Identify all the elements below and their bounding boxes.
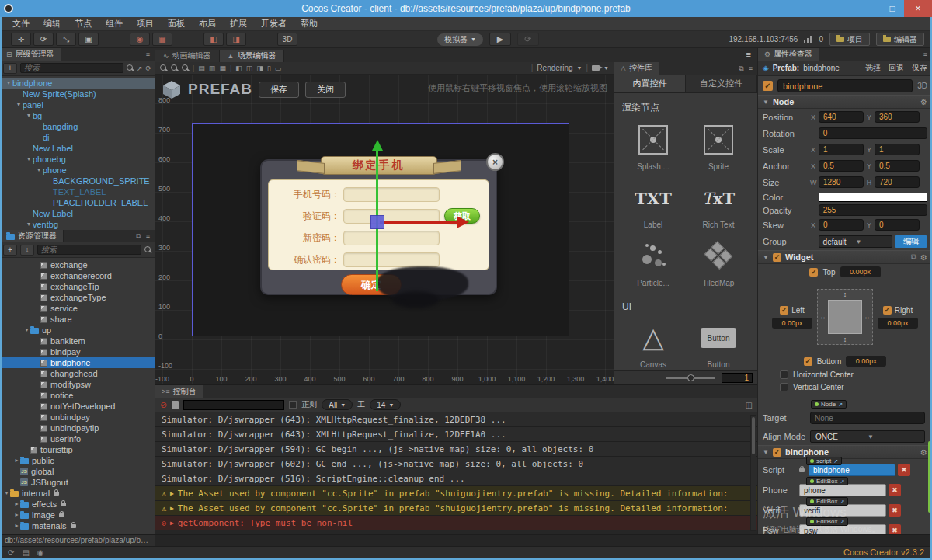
panel-menu-icon[interactable]: ≡ bbox=[146, 50, 150, 58]
widget-item-label[interactable]: TXTLabel bbox=[621, 180, 686, 229]
tree-arrow-icon[interactable]: ▸ bbox=[13, 455, 20, 466]
expand-arrow-icon[interactable]: ▶ bbox=[170, 516, 174, 530]
zoom-value[interactable]: 1 bbox=[722, 373, 753, 383]
remove-reference-icon[interactable]: ✖ bbox=[889, 504, 901, 517]
prefab-select-button[interactable]: 选择 bbox=[865, 63, 881, 74]
size-w-field[interactable]: 1280 bbox=[819, 176, 864, 188]
asset-item[interactable]: JSJSBugout bbox=[0, 477, 155, 488]
eye-icon[interactable]: ◉ bbox=[37, 548, 44, 557]
widget-enabled-checkbox[interactable]: ✓ bbox=[773, 253, 781, 262]
tree-arrow-icon[interactable]: ▾ bbox=[5, 78, 12, 89]
inspector-tab[interactable]: ⚙属性检查器 bbox=[758, 48, 819, 61]
asset-item[interactable]: ▸effects bbox=[0, 499, 155, 510]
skew-y-field[interactable]: 0 bbox=[875, 219, 920, 231]
world-coord-button[interactable]: ◨ bbox=[226, 33, 246, 46]
hierarchy-node[interactable]: ▾phone bbox=[0, 165, 155, 176]
node-name-field[interactable]: bindphone bbox=[777, 79, 913, 92]
tree-arrow-icon[interactable]: ▾ bbox=[3, 488, 10, 499]
asset-item[interactable]: service bbox=[0, 303, 155, 314]
hierarchy-node[interactable]: BACKGROUND_SPRITE bbox=[0, 176, 155, 186]
font-size-dropdown[interactable]: 14▼ bbox=[370, 399, 401, 410]
asset-item[interactable]: bindpay bbox=[0, 346, 155, 357]
tab-scene-editor[interactable]: ▲场景编辑器 bbox=[220, 50, 285, 62]
log-level-dropdown[interactable]: All▼ bbox=[322, 399, 353, 410]
open-project-button[interactable]: 项目 bbox=[829, 33, 870, 46]
anchor-x-field[interactable]: 0.5 bbox=[819, 160, 864, 172]
scale-tool-button[interactable]: ⤡ bbox=[56, 33, 76, 46]
group-dropdown[interactable]: default▼ bbox=[819, 235, 893, 248]
create-node-button[interactable]: + bbox=[3, 63, 17, 74]
clear-console-icon[interactable]: ⊘ bbox=[160, 400, 167, 410]
console-tab[interactable]: >≡控制台 bbox=[155, 385, 203, 398]
panel-popup-icon[interactable]: ⧉ bbox=[739, 64, 743, 73]
property-value-field[interactable]: phone bbox=[799, 484, 886, 496]
hierarchy-search-input[interactable] bbox=[20, 63, 123, 73]
local-coord-button[interactable]: ◧ bbox=[203, 33, 224, 46]
tree-arrow-icon[interactable]: ▸ bbox=[13, 499, 20, 510]
opacity-field[interactable]: 255 bbox=[819, 204, 927, 216]
hierarchy-node[interactable]: New Label bbox=[0, 208, 155, 219]
console-log-row[interactable]: ⚠▶The Asset used by component "cc.Sprite… bbox=[155, 501, 757, 516]
assets-tab[interactable]: 资源管理器 bbox=[0, 230, 64, 242]
asset-item[interactable]: share bbox=[0, 314, 155, 325]
collapse-icon[interactable]: ▼ bbox=[763, 254, 769, 261]
hierarchy-node[interactable]: New Label bbox=[0, 143, 155, 154]
widget-library-tab[interactable]: △控件库 bbox=[614, 62, 659, 75]
widget-left-checkbox[interactable]: ✓ bbox=[780, 306, 788, 315]
prefab-close-button[interactable]: 关闭 bbox=[305, 82, 346, 98]
play-button[interactable]: ▶ bbox=[489, 33, 511, 46]
color-swatch[interactable] bbox=[819, 193, 927, 202]
sort-assets-button[interactable]: ↕ bbox=[20, 245, 34, 256]
search-icon[interactable] bbox=[127, 64, 134, 71]
widget-item-tiledmap[interactable]: TiledMap bbox=[686, 238, 751, 287]
asset-item[interactable]: exchange bbox=[0, 259, 155, 270]
console-popup-icon[interactable]: ◫ bbox=[746, 401, 753, 409]
group-edit-button[interactable]: 编辑 bbox=[895, 235, 927, 248]
maximize-button[interactable]: □ bbox=[881, 0, 904, 17]
align-bottom-icon[interactable]: ◨ bbox=[256, 64, 263, 72]
skew-x-field[interactable]: 0 bbox=[819, 219, 864, 231]
simulator-dropdown[interactable]: 模拟器▼ bbox=[437, 33, 483, 46]
collapse-icon[interactable]: ▼ bbox=[763, 449, 769, 456]
widget-target-field[interactable]: None bbox=[810, 412, 925, 424]
panel-popup-icon[interactable]: ⧉ bbox=[136, 232, 141, 241]
vertical-center-checkbox[interactable] bbox=[780, 383, 788, 391]
refresh-button[interactable]: ⟳ bbox=[517, 33, 539, 46]
hierarchy-node[interactable]: PLACEHOLDER_LABEL bbox=[0, 197, 155, 208]
anchor-y-field[interactable]: 0.5 bbox=[875, 160, 920, 172]
gear-icon[interactable]: ⚙ bbox=[920, 253, 927, 262]
hierarchy-node[interactable]: bangding bbox=[0, 121, 155, 132]
gizmo-x-arrow[interactable] bbox=[457, 216, 469, 228]
menu-item[interactable]: 项目 bbox=[130, 17, 160, 30]
zoom-slider-knob[interactable] bbox=[687, 374, 694, 381]
gizmo-center-handle[interactable] bbox=[370, 215, 384, 229]
scene-viewport[interactable]: PREFAB 保存 关闭 使用鼠标右键平移视窗焦点，使用滚轮缩放视图 绑定手机 … bbox=[155, 75, 614, 384]
hierarchy-node[interactable]: ▾panel bbox=[0, 99, 155, 110]
widget-item-richtext[interactable]: TxTRich Text bbox=[686, 180, 751, 229]
tree-arrow-icon[interactable]: ▾ bbox=[35, 165, 43, 176]
rendering-dropdown[interactable]: Rendering bbox=[537, 64, 572, 72]
tab-custom-widgets[interactable]: 自定义控件 bbox=[686, 75, 757, 92]
close-button[interactable]: × bbox=[904, 0, 932, 17]
node-section-header[interactable]: ▼ Node ⚙ bbox=[758, 95, 932, 109]
align-right-icon[interactable]: ▦ bbox=[219, 64, 226, 72]
menu-item[interactable]: 布局 bbox=[193, 17, 222, 30]
zoom-in-icon[interactable] bbox=[160, 64, 167, 71]
open-editor-button[interactable]: 编辑器 bbox=[876, 33, 924, 46]
widget-item-sprite[interactable]: Splash ... bbox=[621, 122, 686, 171]
refresh-icon[interactable]: ⟳ bbox=[8, 548, 14, 557]
remove-reference-icon[interactable]: ✖ bbox=[889, 524, 901, 534]
menu-item[interactable]: 组件 bbox=[99, 17, 129, 30]
remove-reference-icon[interactable]: ✖ bbox=[889, 484, 901, 496]
expand-arrow-icon[interactable]: ▶ bbox=[170, 501, 174, 516]
position-x-field[interactable]: 640 bbox=[819, 111, 864, 123]
tab-builtin-widgets[interactable]: 内置控件 bbox=[614, 75, 686, 92]
align-top-icon[interactable]: ◧ bbox=[235, 64, 242, 72]
asset-item[interactable]: bindphone bbox=[0, 357, 155, 368]
menu-item[interactable]: 文件 bbox=[6, 17, 36, 30]
scale-y-field[interactable]: 1 bbox=[875, 144, 920, 155]
refresh-icon[interactable]: ⟳ bbox=[145, 64, 151, 72]
distribute-v-icon[interactable]: ▭ bbox=[275, 64, 282, 72]
zoom-reset-icon[interactable] bbox=[182, 64, 189, 71]
tree-arrow-icon[interactable]: ▾ bbox=[25, 219, 33, 230]
